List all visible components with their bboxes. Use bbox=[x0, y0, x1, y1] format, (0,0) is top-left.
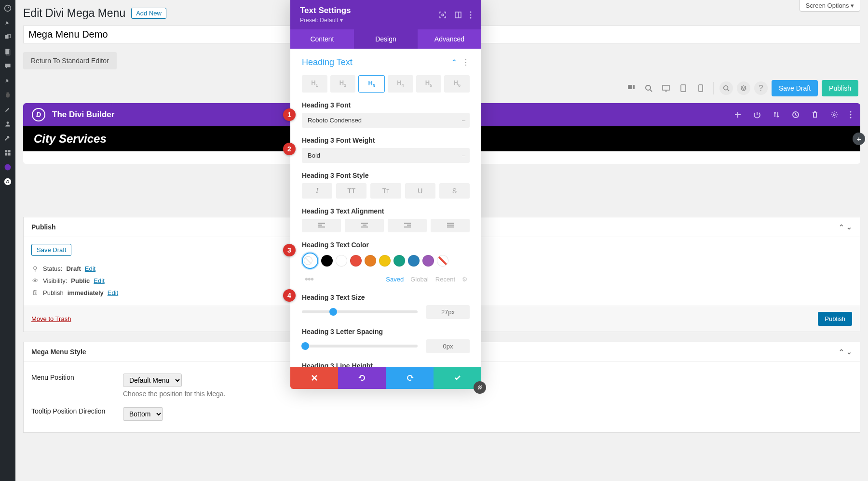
letter-spacing-value[interactable]: 0px bbox=[426, 339, 470, 353]
color-swatch-white[interactable] bbox=[336, 255, 347, 267]
move-up-icon[interactable]: ⌃ bbox=[839, 348, 844, 356]
move-down-icon[interactable]: ⌄ bbox=[846, 348, 852, 356]
settings-icon[interactable] bbox=[0, 147, 15, 158]
tooltip-position-select[interactable]: Bottom bbox=[123, 407, 163, 421]
underline-button[interactable]: U bbox=[405, 183, 435, 199]
svg-rect-8 bbox=[5, 153, 7, 156]
tablet-icon[interactable] bbox=[677, 81, 690, 95]
font-select[interactable]: Roboto Condensed bbox=[302, 113, 470, 128]
color-settings-icon[interactable]: ⚙ bbox=[462, 276, 468, 283]
comments-icon[interactable] bbox=[0, 61, 15, 71]
letter-spacing-slider[interactable] bbox=[302, 345, 418, 347]
resize-handle[interactable] bbox=[474, 381, 486, 394]
divi-d-icon[interactable]: D bbox=[0, 176, 15, 187]
add-new-button[interactable]: Add New bbox=[131, 8, 166, 19]
tooltip-position-label: Tooltip Position Direction bbox=[31, 407, 123, 415]
align-center-button[interactable] bbox=[345, 219, 384, 232]
visibility-edit-link[interactable]: Edit bbox=[94, 277, 104, 284]
users-icon[interactable] bbox=[0, 119, 15, 129]
color-swatch-purple[interactable] bbox=[422, 255, 434, 267]
publish-submit-button[interactable]: Publish bbox=[818, 312, 852, 326]
screen-options-toggle[interactable]: Screen Options ▾ bbox=[800, 0, 860, 12]
layers-icon[interactable] bbox=[737, 81, 750, 95]
h3-tab[interactable]: H3 bbox=[358, 75, 385, 93]
focus-icon[interactable] bbox=[439, 11, 447, 19]
h2-tab[interactable]: H2 bbox=[330, 75, 356, 93]
align-justify-button[interactable] bbox=[431, 219, 470, 232]
section-heading-text[interactable]: Heading Text bbox=[302, 57, 353, 67]
section-more-icon[interactable]: ⋮ bbox=[462, 58, 470, 67]
desktop-icon[interactable] bbox=[659, 81, 673, 95]
color-swatch-none[interactable] bbox=[437, 255, 448, 267]
tab-design[interactable]: Design bbox=[354, 29, 418, 49]
italic-button[interactable]: I bbox=[302, 183, 332, 199]
expand-icon[interactable] bbox=[454, 11, 462, 19]
tab-advanced[interactable]: Advanced bbox=[418, 29, 481, 49]
uppercase-button[interactable]: TT bbox=[336, 183, 366, 199]
text-size-slider[interactable] bbox=[302, 310, 418, 313]
status-edit-link[interactable]: Edit bbox=[85, 265, 95, 272]
move-down-icon[interactable]: ⌄ bbox=[846, 223, 852, 231]
clock-icon[interactable] bbox=[792, 111, 800, 119]
color-tab-global[interactable]: Global bbox=[410, 276, 429, 283]
return-standard-editor-button[interactable]: Return To Standard Editor bbox=[23, 52, 117, 69]
gear-icon[interactable] bbox=[830, 111, 838, 119]
phone-icon[interactable] bbox=[694, 81, 707, 95]
move-up-icon[interactable]: ⌃ bbox=[839, 223, 844, 231]
h6-tab[interactable]: H6 bbox=[444, 75, 470, 93]
pin-icon[interactable] bbox=[0, 17, 15, 28]
color-swatch-yellow[interactable] bbox=[379, 255, 391, 267]
panel-more-icon[interactable] bbox=[470, 11, 472, 19]
add-module-right-button[interactable]: + bbox=[853, 133, 865, 145]
publish-edit-link[interactable]: Edit bbox=[108, 289, 118, 296]
panel-preset[interactable]: Preset: Default ▾ bbox=[300, 17, 351, 24]
pin2-icon[interactable] bbox=[0, 75, 15, 86]
color-swatch-red[interactable] bbox=[350, 255, 362, 267]
weight-select[interactable]: Bold bbox=[302, 148, 470, 163]
move-to-trash-link[interactable]: Move to Trash bbox=[31, 315, 71, 322]
save-draft-button[interactable]: Save Draft bbox=[772, 80, 818, 96]
strikethrough-button[interactable]: S bbox=[439, 183, 470, 199]
color-tab-saved[interactable]: Saved bbox=[386, 276, 404, 283]
color-swatch-blue[interactable] bbox=[408, 255, 420, 267]
grid-icon[interactable] bbox=[624, 81, 638, 95]
plugins-icon[interactable] bbox=[0, 90, 15, 100]
publish-button[interactable]: Publish bbox=[822, 80, 858, 96]
color-swatch-black[interactable] bbox=[321, 255, 333, 267]
pages-icon[interactable] bbox=[0, 46, 15, 57]
svg-rect-16 bbox=[628, 87, 630, 89]
media-icon[interactable] bbox=[0, 32, 15, 42]
h4-tab[interactable]: H4 bbox=[388, 75, 413, 93]
plus-icon[interactable] bbox=[734, 111, 742, 119]
cancel-button[interactable] bbox=[290, 367, 338, 389]
h1-tab[interactable]: H1 bbox=[302, 75, 327, 93]
power-icon[interactable] bbox=[753, 111, 761, 119]
color-swatch-green[interactable] bbox=[393, 255, 405, 267]
more-icon[interactable] bbox=[850, 111, 852, 119]
text-size-value[interactable]: 27px bbox=[426, 305, 470, 319]
h5-tab[interactable]: H5 bbox=[416, 75, 442, 93]
save-draft-small-button[interactable]: Save Draft bbox=[31, 244, 71, 256]
dashboard-icon[interactable] bbox=[0, 3, 15, 13]
trash-icon[interactable] bbox=[811, 111, 819, 119]
tools-icon[interactable] bbox=[0, 133, 15, 144]
redo-button[interactable] bbox=[386, 367, 434, 389]
undo-button[interactable] bbox=[338, 367, 386, 389]
tab-content[interactable]: Content bbox=[290, 29, 354, 49]
sort-icon[interactable] bbox=[773, 111, 780, 119]
divi-menu-icon[interactable] bbox=[0, 162, 15, 173]
svg-rect-14 bbox=[630, 85, 632, 87]
align-left-button[interactable] bbox=[302, 219, 341, 232]
appearance-icon[interactable] bbox=[0, 104, 15, 115]
zoom-icon[interactable] bbox=[642, 81, 655, 95]
align-right-button[interactable] bbox=[388, 219, 427, 232]
color-swatch-current[interactable] bbox=[302, 253, 318, 269]
color-tab-recent[interactable]: Recent bbox=[435, 276, 455, 283]
menu-position-select[interactable]: Default Menu bbox=[123, 374, 182, 387]
help-icon[interactable]: ? bbox=[754, 81, 768, 95]
color-swatch-orange[interactable] bbox=[365, 255, 376, 267]
more-colors-icon[interactable]: ••• bbox=[305, 274, 313, 285]
search-icon[interactable] bbox=[719, 81, 733, 95]
smallcaps-button[interactable]: TT bbox=[370, 183, 401, 199]
collapse-icon[interactable]: ⌃ bbox=[451, 58, 457, 67]
